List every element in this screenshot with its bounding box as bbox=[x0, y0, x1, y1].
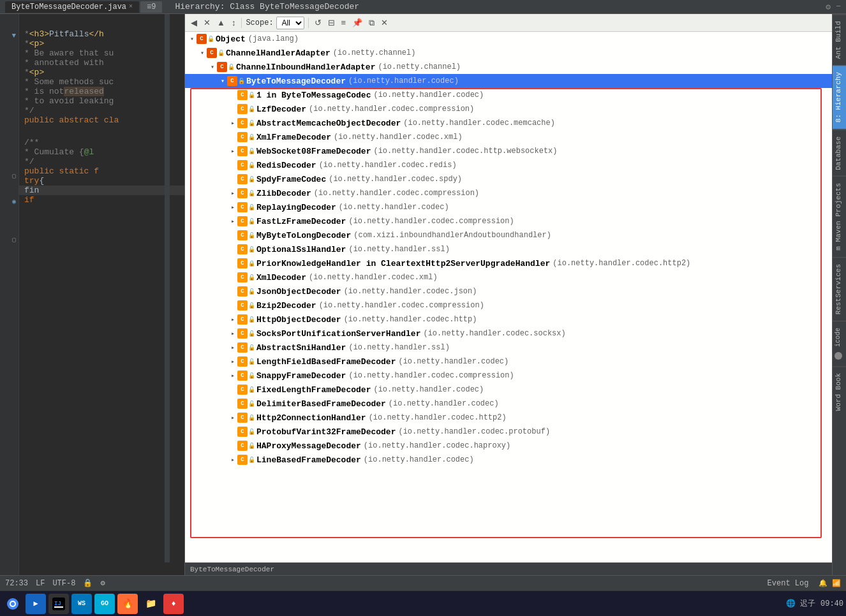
code-released: released bbox=[64, 87, 103, 96]
collapse-btn[interactable]: ⊟ bbox=[326, 17, 337, 29]
expand-ws08fd[interactable]: ▸ bbox=[228, 147, 237, 155]
sort-btn[interactable]: ↕ bbox=[230, 17, 238, 29]
code-kw-public: public abstract cla bbox=[24, 115, 119, 125]
tree-node-xmld[interactable]: ▸ C 🔓 XmlDecoder (io.netty.handler.codec… bbox=[185, 270, 832, 284]
taskbar-item2[interactable]: ▶ bbox=[26, 594, 46, 614]
open-icon-h2ch: 🔓 bbox=[248, 414, 255, 422]
node-flfd-name: FixedLengthFrameDecoder bbox=[256, 385, 371, 395]
tree-node-spdy[interactable]: ▸ C 🔓 SpdyFrameCodec (io.netty.handler.c… bbox=[185, 172, 832, 186]
tree-node-snappy[interactable]: ▸ C 🔓 SnappyFrameDecoder (io.netty.handl… bbox=[185, 369, 832, 383]
minimize-icon[interactable]: − bbox=[836, 2, 841, 12]
node-h2ch-pkg: (io.netty.handler.codec.http2) bbox=[369, 413, 507, 422]
expand-all-btn[interactable]: ≡ bbox=[339, 17, 348, 29]
refresh-btn[interactable]: ↺ bbox=[313, 17, 323, 29]
node-lzf-name: LzfDecoder bbox=[256, 105, 306, 114]
tree-node-amcod[interactable]: ▸ C 🔓 AbstractMemcacheObjectDecoder (io.… bbox=[185, 116, 832, 130]
expand-zlib[interactable]: ▸ bbox=[228, 189, 237, 197]
taskbar-go[interactable]: GO bbox=[94, 594, 115, 614]
hierarchy-tree[interactable]: ▾ C 🔓 Object (java.lang) ▾ C 🔓 ChannelHa… bbox=[185, 32, 832, 562]
taskbar-intellij[interactable]: IJ bbox=[48, 594, 69, 614]
open-icon-flfd: 🔓 bbox=[248, 386, 255, 393]
code-line-3: * <p> bbox=[19, 39, 184, 48]
navigate-back-btn[interactable]: ◀ bbox=[189, 17, 199, 29]
tree-node-ciha[interactable]: ▾ C 🔓 ChannelInboundHandlerAdapter (io.n… bbox=[185, 60, 832, 74]
node-ws08fd-pkg: (io.netty.handler.codec.http.websocketx) bbox=[373, 147, 557, 156]
tree-node-json[interactable]: ▸ C 🔓 JsonObjectDecoder (io.netty.handle… bbox=[185, 284, 832, 298]
expand-lfbfd[interactable]: ▸ bbox=[228, 358, 237, 365]
expand-amcod[interactable]: ▸ bbox=[228, 119, 237, 127]
tree-node-httpod[interactable]: ▸ C 🔓 HttpObjectDecoder (io.netty.handle… bbox=[185, 312, 832, 326]
panel-tab-database[interactable]: Database bbox=[833, 129, 846, 177]
tree-node-mybtld[interactable]: ▸ C 🔓 MyByteToLongDecoder (com.xizi.inbo… bbox=[185, 228, 832, 242]
expand-snappy[interactable]: ▸ bbox=[228, 372, 237, 379]
code-comment-9: */ bbox=[24, 106, 34, 115]
taskbar-item7[interactable]: 📁 bbox=[140, 594, 161, 614]
tree-node-lzf[interactable]: ▸ C 🔓 LzfDecoder (io.netty.handler.codec… bbox=[185, 102, 832, 116]
expand-spush[interactable]: ▸ bbox=[228, 330, 237, 337]
node-lfbfd-name: LengthFieldBasedFrameDecoder bbox=[256, 357, 396, 367]
expand-lbfd[interactable]: ▸ bbox=[228, 456, 237, 464]
expand-ciha[interactable]: ▾ bbox=[208, 63, 217, 71]
pin-btn[interactable]: 📌 bbox=[350, 17, 364, 29]
tree-node-pkh[interactable]: ▸ C 🔒 PriorKnowledgeHandler in Cleartext… bbox=[185, 256, 832, 270]
tree-node-dbfd[interactable]: ▸ C 🔓 DelimiterBasedFrameDecoder (io.net… bbox=[185, 397, 832, 411]
close-btn[interactable]: ✕ bbox=[379, 17, 390, 29]
expand-object[interactable]: ▾ bbox=[188, 35, 197, 43]
tree-node-fastlz[interactable]: ▸ C 🔓 FastLzFrameDecoder (io.netty.handl… bbox=[185, 214, 832, 228]
scope-select[interactable]: All bbox=[276, 17, 304, 29]
tree-node-ws08fd[interactable]: ▸ C 🔓 WebSocket08FrameDecoder (io.netty.… bbox=[185, 144, 832, 158]
navigate-fwd-btn[interactable]: ✕ bbox=[202, 17, 212, 29]
status-event-log[interactable]: Event Log bbox=[768, 579, 809, 588]
tab-num[interactable]: ≡9 bbox=[140, 1, 162, 13]
expand-replay[interactable]: ▸ bbox=[228, 203, 237, 211]
tree-node-channelhandleradapter[interactable]: ▾ C 🔓 ChannelHandlerAdapter (io.netty.ch… bbox=[185, 46, 832, 60]
code-javadoc-1: /** bbox=[24, 138, 39, 147]
tree-node-bzip2[interactable]: ▸ C 🔓 Bzip2Decoder (io.netty.handler.cod… bbox=[185, 298, 832, 312]
open-icon-spdy: 🔓 bbox=[248, 176, 255, 183]
tree-node-haproxy[interactable]: ▸ C 🔓 HAProxyMessageDecoder (io.netty.ha… bbox=[185, 439, 832, 453]
expand-cha[interactable]: ▾ bbox=[198, 49, 207, 57]
open-btn[interactable]: ⧉ bbox=[367, 17, 376, 29]
expand-asnih[interactable]: ▸ bbox=[228, 344, 237, 351]
taskbar-chrome[interactable] bbox=[3, 594, 23, 614]
taskbar-item6[interactable]: 🔥 bbox=[117, 594, 138, 614]
taskbar-item8[interactable]: ♦ bbox=[163, 594, 184, 614]
expand-btmd[interactable]: ▾ bbox=[218, 77, 227, 85]
node-spush-name: SocksPortUnificationServerHandler bbox=[256, 329, 420, 339]
panel-tab-maven[interactable]: m Maven Projects bbox=[833, 176, 846, 257]
tree-node-zlib[interactable]: ▸ C 🔓 ZlibDecoder (io.netty.handler.code… bbox=[185, 186, 832, 200]
tree-node-1inbtmc[interactable]: ▸ C 🔓 1 in ByteToMessageCodec (io.netty.… bbox=[185, 88, 832, 102]
node-ws08fd-name: WebSocket08FrameDecoder bbox=[256, 147, 371, 156]
tree-node-flfd[interactable]: ▸ C 🔓 FixedLengthFrameDecoder (io.netty.… bbox=[185, 383, 832, 397]
up-btn[interactable]: ▲ bbox=[215, 17, 227, 29]
panel-tab-icode[interactable]: icode bbox=[833, 321, 846, 366]
panel-tab-rest[interactable]: RestServices bbox=[833, 257, 846, 321]
code-line-2: * <h3>Pitfalls</h bbox=[19, 29, 184, 39]
tab-byteto[interactable]: ByteToMessageDecoder.java × bbox=[5, 1, 139, 13]
gutter-line-7 bbox=[0, 119, 19, 131]
tree-node-h2ch[interactable]: ▸ C 🔓 Http2ConnectionHandler (io.netty.h… bbox=[185, 411, 832, 425]
tab-close-icon[interactable]: × bbox=[129, 3, 133, 10]
panel-tab-hierarchy[interactable]: 8: Hierarchy bbox=[833, 65, 846, 129]
panel-tab-wordbook[interactable]: Word Book bbox=[833, 366, 846, 417]
tree-node-xmlfd[interactable]: ▸ C 🔓 XmlFrameDecoder (io.netty.handler.… bbox=[185, 130, 832, 144]
tree-node-pbv32[interactable]: ▸ C 🔓 ProtobufVarint32FrameDecoder (io.n… bbox=[185, 425, 832, 439]
class-icon-haproxy: C bbox=[237, 441, 248, 451]
tree-node-optssl[interactable]: ▸ C 🔓 OptionalSslHandler (io.netty.handl… bbox=[185, 242, 832, 256]
tree-node-lfbfd[interactable]: ▸ C 🔓 LengthFieldBasedFrameDecoder (io.n… bbox=[185, 355, 832, 369]
tree-node-asnih[interactable]: ▸ C 🔓 AbstractSniHandler (io.netty.handl… bbox=[185, 341, 832, 355]
hierarchy-bottom-label: ByteToMessageDecoder bbox=[185, 562, 832, 575]
tree-node-spush[interactable]: ▸ C 🔓 SocksPortUnificationServerHandler … bbox=[185, 326, 832, 341]
editor-scrollbar[interactable] bbox=[165, 14, 170, 562]
tree-node-btmd[interactable]: ▾ C 🔓 ByteToMessageDecoder (io.netty.han… bbox=[185, 74, 832, 88]
expand-h2ch[interactable]: ▸ bbox=[228, 414, 237, 422]
expand-httpod[interactable]: ▸ bbox=[228, 316, 237, 323]
settings-icon[interactable]: ⚙ bbox=[826, 2, 831, 12]
expand-fastlz[interactable]: ▸ bbox=[228, 217, 237, 225]
tree-node-redis[interactable]: ▸ C 🔓 RedisDecoder (io.netty.handler.cod… bbox=[185, 158, 832, 172]
tree-node-object[interactable]: ▾ C 🔓 Object (java.lang) bbox=[185, 32, 832, 46]
panel-tab-antbuild[interactable]: Ant Build bbox=[833, 14, 846, 65]
taskbar-ws[interactable]: WS bbox=[71, 594, 92, 614]
tree-node-lbfd[interactable]: ▸ C 🔓 LineBasedFrameDecoder (io.netty.ha… bbox=[185, 453, 832, 467]
tree-node-replay[interactable]: ▸ C 🔓 ReplayingDecoder (io.netty.handler… bbox=[185, 200, 832, 214]
